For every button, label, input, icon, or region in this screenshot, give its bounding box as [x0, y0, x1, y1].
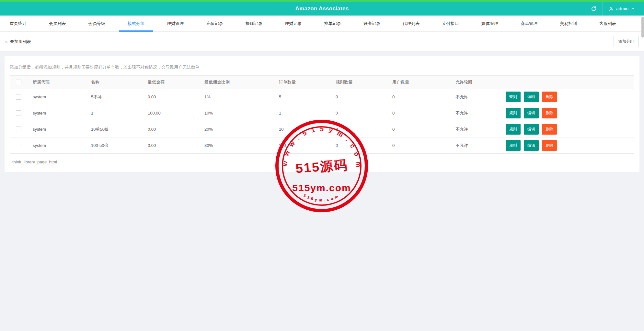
- page-template-label: think_library_page_html: [10, 154, 634, 170]
- rule-button[interactable]: 规则: [506, 92, 521, 102]
- tab-home-stats[interactable]: 首页统计: [1, 16, 35, 31]
- delete-button[interactable]: 删除: [542, 124, 557, 135]
- app-title: Amazon Associates: [0, 6, 644, 12]
- column-header-user-count: 用户数量: [392, 79, 455, 85]
- column-header-order-count: 订单数量: [279, 79, 336, 85]
- user-icon: [609, 6, 614, 11]
- tab-finance-manage[interactable]: 理财管理: [158, 16, 192, 31]
- page-title: 叠加组列表: [10, 39, 31, 45]
- tab-label: 理财管理: [167, 21, 184, 27]
- row-checkbox[interactable]: [16, 143, 21, 148]
- tab-label: 首页统计: [10, 21, 27, 27]
- tab-label: 抢单记录: [324, 21, 341, 27]
- cell-order-count: 10: [279, 127, 336, 132]
- column-header-agent: 所属代理: [33, 79, 91, 85]
- tab-mode-group[interactable]: 模式分组: [119, 16, 153, 31]
- cell-agent: system: [33, 143, 91, 148]
- tab-label: 模式分组: [128, 21, 144, 27]
- table-row: system 100-50倍 0.00 30% 100 0 0 不允许 规则 编…: [10, 138, 634, 153]
- tab-member-level[interactable]: 会员等级: [80, 16, 114, 31]
- tab-label: 充值记录: [206, 21, 223, 27]
- tab-label: 支付接口: [442, 21, 459, 27]
- tab-label: 商品管理: [521, 21, 537, 27]
- user-name: admin: [616, 6, 628, 11]
- refresh-icon: [591, 6, 597, 12]
- cell-rule-count: 0: [336, 111, 392, 116]
- hint-text: 添加分组后，必须添加规则，并且规则需要对应好订单个数，若出现不对称情况，会导致用…: [10, 56, 634, 70]
- scrollbar-thumb[interactable]: [641, 17, 644, 38]
- table-header-row: 所属代理 名称 最低金额 最低佣金比例 订单数量 规则数量 用户数量 允许轮回: [10, 76, 634, 89]
- tab-label: 客服列表: [599, 21, 616, 27]
- cell-min-amount: 0.00: [148, 143, 204, 148]
- table-row: system 1 100.00 10% 1 0 0 不允许 规则 编辑 删除: [10, 105, 634, 121]
- cell-loop-allowed: 不允许: [455, 143, 506, 149]
- cell-min-rate: 1%: [204, 94, 279, 99]
- cell-user-count: 0: [392, 127, 455, 132]
- tab-balance-change-records[interactable]: 账变记录: [355, 16, 389, 31]
- app-header: Amazon Associates admin: [0, 2, 644, 16]
- tab-order-grab-records[interactable]: 抢单记录: [316, 16, 350, 31]
- cell-loop-allowed: 不允许: [455, 127, 506, 132]
- breadcrumb: » 叠加组列表: [5, 39, 31, 45]
- rule-button[interactable]: 规则: [506, 124, 521, 135]
- app-header-controls: admin: [585, 2, 644, 16]
- watermark-domain-text: 515ym.com: [292, 182, 351, 193]
- tab-recharge-records[interactable]: 充值记录: [198, 16, 232, 31]
- tab-label: 交易控制: [560, 21, 577, 27]
- delete-button[interactable]: 删除: [542, 140, 557, 151]
- rule-button[interactable]: 规则: [506, 108, 521, 118]
- edit-button[interactable]: 编辑: [524, 108, 539, 118]
- column-header-min-amount: 最低金额: [148, 79, 204, 85]
- tab-finance-records[interactable]: 理财记录: [276, 16, 310, 31]
- cell-rule-count: 0: [336, 94, 392, 99]
- group-list-card: 添加分组后，必须添加规则，并且规则需要对应好订单个数，若出现不对称情况，会导致用…: [5, 56, 639, 172]
- column-header-name: 名称: [91, 79, 148, 85]
- cell-order-count: 5: [279, 94, 336, 99]
- row-checkbox[interactable]: [16, 94, 21, 100]
- cell-name: 1: [91, 111, 148, 116]
- cell-min-rate: 30%: [204, 143, 279, 148]
- tab-withdraw-records[interactable]: 提现记录: [237, 16, 271, 31]
- cell-loop-allowed: 不允许: [455, 110, 506, 116]
- tab-payment-api[interactable]: 支付接口: [434, 16, 467, 31]
- add-group-button[interactable]: 添加分组: [614, 36, 639, 47]
- table-row: system 5不补 0.00 1% 5 0 0 不允许 规则 编辑 删除: [10, 89, 634, 105]
- tab-label: 提现记录: [246, 21, 262, 27]
- cell-agent: system: [33, 111, 91, 116]
- tab-agent-list[interactable]: 代理列表: [394, 16, 428, 31]
- user-menu[interactable]: admin: [603, 2, 644, 16]
- content-area: 添加分组后，必须添加规则，并且规则需要对应好订单个数，若出现不对称情况，会导致用…: [0, 51, 644, 176]
- column-header-rule-count: 规则数量: [336, 79, 392, 85]
- nav-tabs: 首页统计 会员列表 会员等级 模式分组 理财管理 充值记录 提现记录 理财记录 …: [0, 16, 644, 32]
- tab-label: 账变记录: [363, 21, 380, 27]
- cell-name: 100-50倍: [91, 143, 148, 149]
- delete-button[interactable]: 删除: [542, 108, 557, 118]
- breadcrumb-arrows-icon: »: [5, 39, 8, 44]
- edit-button[interactable]: 编辑: [524, 124, 539, 135]
- cell-name: 10单50倍: [91, 127, 148, 132]
- cell-user-count: 0: [392, 94, 455, 99]
- group-table: 所属代理 名称 最低金额 最低佣金比例 订单数量 规则数量 用户数量 允许轮回 …: [10, 75, 634, 154]
- tab-trade-control[interactable]: 交易控制: [552, 16, 585, 31]
- cell-user-count: 0: [392, 143, 455, 148]
- table-row: system 10单50倍 0.00 20% 10 0 0 不允许 规则 编辑 …: [10, 121, 634, 138]
- tab-label: 媒体管理: [481, 21, 498, 27]
- rule-button[interactable]: 规则: [506, 140, 521, 151]
- watermark-arc-bottom-text: 515ym.com: [303, 193, 341, 203]
- tab-label: 理财记录: [285, 21, 302, 27]
- tab-product-manage[interactable]: 商品管理: [512, 16, 546, 31]
- row-checkbox[interactable]: [16, 110, 21, 116]
- tab-label: 会员列表: [49, 21, 66, 27]
- edit-button[interactable]: 编辑: [524, 140, 539, 151]
- row-checkbox[interactable]: [16, 127, 21, 132]
- tab-member-list[interactable]: 会员列表: [40, 16, 74, 31]
- tab-media-manage[interactable]: 媒体管理: [473, 16, 507, 31]
- refresh-button[interactable]: [585, 2, 603, 16]
- cell-agent: system: [33, 94, 91, 99]
- cell-rule-count: 0: [336, 143, 392, 148]
- tab-service-list[interactable]: 客服列表: [591, 16, 625, 31]
- delete-button[interactable]: 删除: [542, 92, 557, 102]
- select-all-checkbox[interactable]: [16, 80, 21, 85]
- edit-button[interactable]: 编辑: [524, 92, 539, 102]
- breadcrumb-bar: » 叠加组列表 添加分组: [0, 32, 644, 51]
